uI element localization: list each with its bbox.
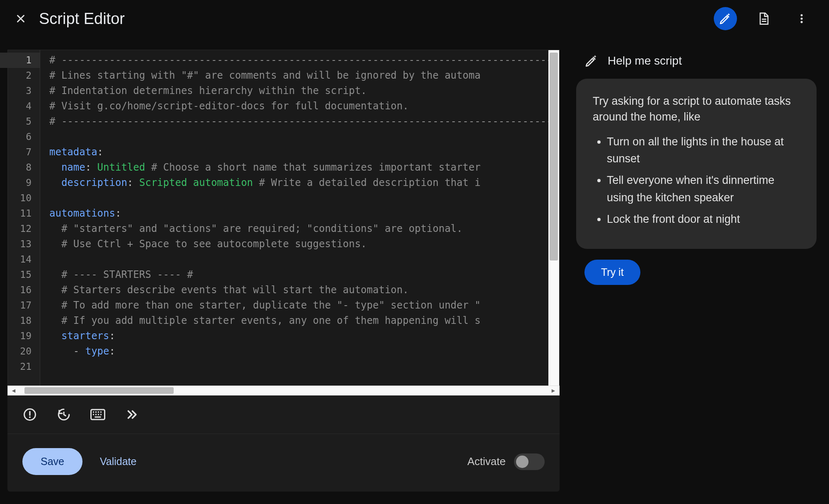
body: 123456789101112131415161718192021 # ----… bbox=[0, 37, 829, 504]
suggestion-item: Turn on all the lights in the house at s… bbox=[607, 133, 800, 168]
code-content[interactable]: # --------------------------------------… bbox=[40, 50, 548, 386]
line-number-gutter: 123456789101112131415161718192021 bbox=[8, 50, 40, 386]
scroll-left-arrow[interactable]: ◄ bbox=[9, 387, 19, 394]
vertical-scroll-thumb[interactable] bbox=[550, 53, 558, 260]
line-number: 3 bbox=[8, 83, 32, 99]
line-number: 15 bbox=[8, 267, 32, 282]
more-menu-button[interactable] bbox=[790, 7, 813, 30]
action-row: Save Validate Activate bbox=[7, 434, 560, 492]
code-line[interactable]: # To add more than one starter, duplicat… bbox=[49, 298, 548, 313]
editor-pane: 123456789101112131415161718192021 # ----… bbox=[7, 50, 560, 492]
svg-rect-7 bbox=[93, 412, 94, 413]
code-line[interactable]: # Use Ctrl + Space to see autocomplete s… bbox=[49, 236, 548, 252]
app-root: Script Editor 12345678910111213141516171… bbox=[0, 0, 829, 504]
svg-rect-14 bbox=[100, 414, 102, 415]
suggestion-item: Tell everyone when it's dinnertime using… bbox=[607, 172, 800, 207]
line-number: 21 bbox=[8, 359, 32, 374]
validate-button[interactable]: Validate bbox=[97, 451, 139, 472]
code-line[interactable]: # Visit g.co/home/script-editor-docs for… bbox=[49, 99, 548, 114]
magic-pen-icon bbox=[584, 54, 599, 68]
line-number: 14 bbox=[8, 252, 32, 267]
scroll-right-arrow[interactable]: ► bbox=[548, 387, 558, 394]
header: Script Editor bbox=[0, 0, 829, 37]
page-title: Script Editor bbox=[39, 10, 125, 28]
horizontal-scrollbar[interactable]: ◄ ► bbox=[7, 386, 560, 395]
svg-rect-13 bbox=[98, 414, 99, 415]
svg-rect-9 bbox=[98, 412, 99, 413]
expand-button[interactable] bbox=[124, 407, 139, 422]
code-line[interactable]: description: Scripted automation # Write… bbox=[49, 175, 548, 191]
close-button[interactable] bbox=[12, 10, 30, 28]
header-left: Script Editor bbox=[12, 10, 125, 28]
history-button[interactable] bbox=[56, 407, 71, 422]
errors-button[interactable] bbox=[22, 407, 37, 422]
code-line[interactable] bbox=[49, 359, 548, 374]
code-line[interactable]: # If you add multiple starter events, an… bbox=[49, 313, 548, 328]
editor-tool-row bbox=[7, 395, 560, 434]
document-button[interactable] bbox=[752, 7, 775, 30]
suggestion-lead: Try asking for a script to automate task… bbox=[593, 94, 800, 125]
activate-switch[interactable] bbox=[514, 453, 545, 470]
activate-group: Activate bbox=[468, 453, 545, 470]
svg-rect-8 bbox=[95, 412, 97, 413]
line-number: 2 bbox=[8, 68, 32, 83]
save-button[interactable]: Save bbox=[22, 448, 82, 475]
help-me-script-toggle[interactable] bbox=[714, 7, 737, 30]
try-it-button[interactable]: Try it bbox=[584, 260, 640, 285]
svg-rect-11 bbox=[93, 414, 94, 415]
code-line[interactable]: # Indentation determines hierarchy withi… bbox=[49, 83, 548, 99]
more-vert-icon bbox=[796, 13, 807, 24]
code-line[interactable]: # --------------------------------------… bbox=[49, 114, 548, 129]
line-number: 16 bbox=[8, 282, 32, 298]
keyboard-icon bbox=[90, 408, 105, 421]
magic-pen-icon bbox=[719, 12, 732, 25]
error-icon bbox=[23, 408, 37, 422]
svg-point-0 bbox=[800, 14, 802, 16]
line-number: 4 bbox=[8, 99, 32, 114]
code-line[interactable]: starters: bbox=[49, 328, 548, 344]
line-number: 5 bbox=[8, 114, 32, 129]
line-number: 7 bbox=[8, 145, 32, 160]
code-line[interactable]: # "starters" and "actions" are required;… bbox=[49, 221, 548, 236]
vertical-scrollbar[interactable] bbox=[548, 50, 559, 386]
line-number: 20 bbox=[8, 344, 32, 359]
history-icon bbox=[57, 408, 71, 422]
close-icon bbox=[15, 12, 27, 25]
line-number: 6 bbox=[8, 129, 32, 145]
code-line[interactable]: automations: bbox=[49, 206, 548, 221]
code-line[interactable] bbox=[49, 191, 548, 206]
code-line[interactable]: metadata: bbox=[49, 145, 548, 160]
svg-point-1 bbox=[800, 17, 802, 19]
line-number: 12 bbox=[8, 221, 32, 236]
header-right bbox=[714, 7, 817, 30]
horizontal-scroll-thumb[interactable] bbox=[24, 387, 174, 394]
chevrons-right-icon bbox=[125, 408, 139, 422]
svg-rect-10 bbox=[100, 412, 102, 413]
code-line[interactable]: # --------------------------------------… bbox=[49, 53, 548, 68]
suggestion-list: Turn on all the lights in the house at s… bbox=[593, 133, 800, 228]
help-panel: Help me script Try asking for a script t… bbox=[576, 50, 817, 492]
line-number: 9 bbox=[8, 175, 32, 191]
help-panel-header: Help me script bbox=[576, 54, 817, 68]
svg-rect-12 bbox=[95, 414, 97, 415]
svg-rect-15 bbox=[95, 417, 101, 418]
line-number: 19 bbox=[8, 328, 32, 344]
line-number: 13 bbox=[8, 236, 32, 252]
keyboard-button[interactable] bbox=[90, 407, 105, 422]
line-number: 1 bbox=[0, 53, 40, 68]
code-line[interactable]: - type: bbox=[49, 344, 548, 359]
line-number: 18 bbox=[8, 313, 32, 328]
help-panel-title: Help me script bbox=[608, 54, 682, 68]
code-line[interactable]: # Lines starting with "#" are comments a… bbox=[49, 68, 548, 83]
suggestion-card: Try asking for a script to automate task… bbox=[576, 79, 817, 249]
svg-point-5 bbox=[29, 416, 31, 418]
code-line[interactable]: # Starters describe events that will sta… bbox=[49, 282, 548, 298]
line-number: 8 bbox=[8, 160, 32, 175]
line-number: 17 bbox=[8, 298, 32, 313]
code-line[interactable]: # ---- STARTERS ---- # bbox=[49, 267, 548, 282]
code-line[interactable] bbox=[49, 252, 548, 267]
switch-knob bbox=[516, 456, 528, 468]
code-editor[interactable]: 123456789101112131415161718192021 # ----… bbox=[7, 50, 560, 386]
code-line[interactable] bbox=[49, 129, 548, 145]
code-line[interactable]: name: Untitled # Choose a short name tha… bbox=[49, 160, 548, 175]
